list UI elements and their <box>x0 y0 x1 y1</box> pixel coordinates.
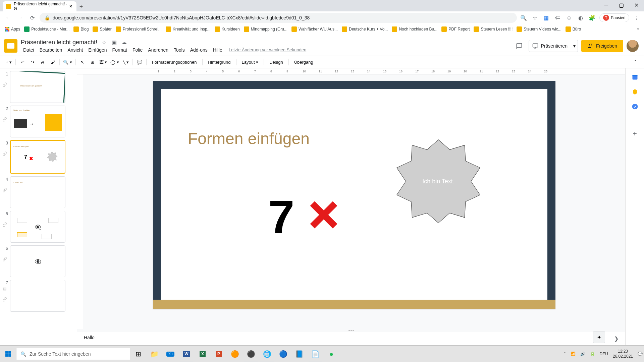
present-caret-button[interactable]: ▾ <box>571 40 578 52</box>
wifi-icon[interactable]: 📶 <box>571 352 576 356</box>
bookmark-item[interactable]: PDF Report <box>441 26 470 32</box>
tasks-icon[interactable] <box>631 103 639 111</box>
menu-bearbeiten[interactable]: Bearbeiten <box>37 47 65 53</box>
explore-button[interactable]: ✦ <box>593 331 605 343</box>
bookmark-item[interactable]: Produktsuche - Mer... <box>24 26 69 32</box>
slide-thumbnail-1[interactable]: Präsentieren leicht gemacht! <box>10 71 65 103</box>
extension-icon-2[interactable]: ⊖ <box>565 14 573 22</box>
format-options-button[interactable]: Formatierungsoptionen <box>149 60 200 65</box>
taskbar-app-icon[interactable]: 📘 <box>291 346 307 362</box>
chrome-icon[interactable]: 🌐 <box>259 346 275 362</box>
shape-button[interactable]: ◯ ▾ <box>109 57 120 67</box>
slide-thumbnail-3[interactable]: Formen einfügen7✖ <box>10 140 65 174</box>
slides-logo-icon[interactable] <box>4 39 17 53</box>
add-addon-button[interactable]: + <box>631 130 639 138</box>
battery-icon[interactable]: 🔋 <box>590 352 595 356</box>
explorer-icon[interactable]: 📁 <box>146 346 162 362</box>
notifications-icon[interactable]: 💬 <box>638 352 643 356</box>
present-button[interactable]: Präsentieren ▾ <box>529 40 578 52</box>
powerpoint-icon[interactable]: P <box>211 346 227 362</box>
star-icon[interactable]: ☆ <box>101 39 107 46</box>
speaker-notes[interactable]: Hallo <box>77 332 625 345</box>
maximize-button[interactable]: ▢ <box>614 0 629 10</box>
shape-text-content[interactable]: Ich bin Text. <box>422 178 454 185</box>
star-icon[interactable]: ☆ <box>531 14 539 22</box>
reload-button[interactable]: ⟳ <box>28 13 37 22</box>
minimize-button[interactable]: ─ <box>599 0 614 10</box>
horizontal-ruler[interactable]: 1234567891011121314151617181920212223242… <box>77 68 625 74</box>
star-seal-shape[interactable]: Ich bin Text. <box>393 136 484 227</box>
bookmark-item[interactable]: Professionell Schrei... <box>116 26 162 32</box>
menu-folie[interactable]: Folie <box>130 47 145 53</box>
redo-button[interactable]: ↷ <box>28 57 37 67</box>
bookmark-item[interactable]: Kursideen <box>215 26 240 32</box>
keep-icon[interactable] <box>631 88 639 96</box>
red-cross-shape[interactable] <box>309 200 339 230</box>
zoom-icon[interactable]: 🔍 <box>520 14 528 22</box>
bookmark-item[interactable]: Steuern Lesen !!!! <box>474 26 513 32</box>
menu-einfuegen[interactable]: Einfügen <box>86 47 109 53</box>
layout-button[interactable]: Layout ▾ <box>238 60 262 65</box>
menu-tools[interactable]: Tools <box>171 47 187 53</box>
bookmark-item[interactable]: Mindmapping (Gru... <box>244 26 287 32</box>
menu-anordnen[interactable]: Anordnen <box>146 47 171 53</box>
word-icon[interactable]: W <box>178 346 195 362</box>
select-tool-button[interactable]: ↖ <box>78 57 87 67</box>
calendar-icon[interactable] <box>631 73 639 81</box>
menu-addons[interactable]: Add-ons <box>188 47 210 53</box>
extension-icon-3[interactable]: ◐ <box>577 14 585 22</box>
bookmark-item[interactable]: Blog <box>73 26 89 32</box>
bookmark-item[interactable]: Deutsche Kurs + Vo... <box>342 26 388 32</box>
account-avatar[interactable] <box>627 40 639 52</box>
bookmark-item[interactable]: Steuern Videos wic... <box>517 26 561 32</box>
transition-button[interactable]: Übergang <box>291 60 317 65</box>
browser-tab[interactable]: Präsentieren leicht gemacht! - G ✕ <box>3 1 76 11</box>
textbox-button[interactable]: ⊞ <box>88 57 97 67</box>
print-button[interactable]: 🖨 <box>38 57 47 67</box>
windows-search-input[interactable]: 🔍 Zur Suche Text hier eingeben <box>16 348 130 360</box>
spotify-icon[interactable]: ● <box>323 346 339 362</box>
share-button[interactable]: Freigeben <box>581 40 623 52</box>
edge-icon[interactable]: 🔵 <box>275 346 291 362</box>
extensions-puzzle-icon[interactable]: 🧩 <box>588 14 596 22</box>
profile-paused-pill[interactable]: T Pausiert <box>599 13 629 22</box>
slide-thumbnail-7[interactable] <box>10 280 65 312</box>
bookmark-item[interactable]: Büro <box>566 26 581 32</box>
last-edit-link[interactable]: Letzte Änderung vor wenigen Sekunden <box>229 47 306 52</box>
notepad-icon[interactable]: 📄 <box>307 346 323 362</box>
menu-ansicht[interactable]: Ansicht <box>65 47 85 53</box>
new-slide-button[interactable]: + ▾ <box>4 57 13 67</box>
start-button[interactable] <box>0 346 16 362</box>
taskbar-app-icon[interactable]: 🟠 <box>227 346 243 362</box>
chrome-menu-button[interactable]: ⋮ <box>633 14 641 22</box>
url-input[interactable]: 🔒 docs.google.com/presentation/d/1yV372S… <box>40 13 517 23</box>
slide-thumbnail-2[interactable]: Bilder und Grafiken→ <box>10 106 65 137</box>
taskbar-app-icon[interactable]: 99+ <box>162 346 178 362</box>
vertical-ruler[interactable] <box>77 74 83 329</box>
bookmark-item[interactable]: Noch hochladen Bu... <box>392 26 437 32</box>
design-button[interactable]: Design <box>266 60 286 65</box>
big-number-text[interactable]: 7 <box>268 190 294 244</box>
slide-title-text[interactable]: Formen einfügen <box>188 129 310 148</box>
slide-canvas[interactable]: Formen einfügen 7 Ich bin Text. <box>153 81 555 309</box>
menu-hilfe[interactable]: Hilfe <box>211 47 225 53</box>
menu-datei[interactable]: Datei <box>21 47 37 53</box>
clock[interactable]: 12:23 26.02.2021 <box>613 349 633 359</box>
slide-thumbnail-6[interactable]: 👁‍🗨 <box>10 245 65 277</box>
back-button[interactable]: ← <box>3 13 13 22</box>
close-window-button[interactable]: ✕ <box>629 0 644 10</box>
document-title[interactable]: Präsentieren leicht gemacht! <box>21 39 97 46</box>
background-button[interactable]: Hintergrund <box>205 60 234 65</box>
bookmarks-overflow-button[interactable]: » <box>637 27 639 32</box>
volume-icon[interactable]: 🔊 <box>580 352 585 356</box>
excel-icon[interactable]: X <box>195 346 211 362</box>
obs-icon[interactable]: ⚫ <box>243 346 259 362</box>
line-button[interactable]: ╲ ▾ <box>121 57 130 67</box>
slide-thumbnail-5[interactable]: 👁‍🗨 <box>10 211 65 243</box>
notes-resize-handle[interactable] <box>77 329 625 332</box>
extension-icon[interactable]: 🏷 <box>554 14 562 22</box>
new-tab-button[interactable]: + <box>76 2 86 11</box>
undo-button[interactable]: ↶ <box>18 57 27 67</box>
task-view-button[interactable]: ⊞ <box>130 346 146 362</box>
slide-thumbnail-4[interactable]: Ich bin Text. <box>10 176 65 208</box>
